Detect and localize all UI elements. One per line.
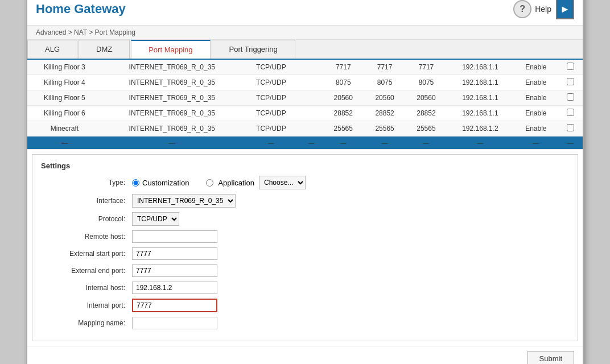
type-controls: Customization Application Choose... bbox=[132, 176, 306, 189]
cell-interface: INTERNET_TR069_R_0_35 bbox=[102, 60, 242, 75]
cell-interface: INTERNET_TR069_R_0_35 bbox=[102, 75, 242, 90]
cell-ext-end: 7717 bbox=[364, 60, 406, 75]
cell-status: Enable bbox=[513, 106, 558, 121]
separator-cell: — bbox=[558, 136, 583, 150]
separator-cell: — bbox=[27, 136, 102, 150]
cell-protocol: TCP/UDP bbox=[242, 60, 300, 75]
separator-cell: — bbox=[300, 136, 323, 150]
cell-ext-start: 7717 bbox=[323, 60, 364, 75]
cell-int-host: 192.168.1.1 bbox=[447, 75, 513, 90]
cell-empty bbox=[300, 106, 323, 121]
type-application-group: Application Choose... bbox=[206, 176, 306, 189]
tab-port-mapping[interactable]: Port Mapping bbox=[131, 40, 210, 59]
main-content: Killing Floor 3 INTERNET_TR069_R_0_35 TC… bbox=[27, 60, 583, 364]
ext-start-port-label: External start port: bbox=[41, 250, 132, 258]
help-button[interactable]: ? Help bbox=[513, 0, 551, 18]
cell-int-host: 192.168.1.1 bbox=[447, 106, 513, 121]
app-title: Home Gateway bbox=[36, 2, 126, 16]
cell-checkbox[interactable] bbox=[558, 121, 583, 136]
main-window: Home Gateway ? Help ► Advanced > NAT > P… bbox=[26, 0, 584, 364]
tab-alg[interactable]: ALG bbox=[27, 40, 77, 59]
type-customization-radio[interactable] bbox=[132, 179, 139, 187]
mapping-name-input[interactable] bbox=[132, 317, 217, 329]
mapping-name-label: Mapping name: bbox=[41, 319, 132, 327]
cell-ext-start: 8075 bbox=[323, 75, 364, 90]
table-row: Minecraft INTERNET_TR069_R_0_35 TCP/UDP … bbox=[27, 121, 583, 136]
cell-interface: INTERNET_TR069_R_0_35 bbox=[102, 106, 242, 121]
cell-protocol: TCP/UDP bbox=[242, 90, 300, 106]
ext-start-port-input[interactable] bbox=[132, 247, 217, 260]
cell-name: Killing Floor 5 bbox=[27, 90, 102, 106]
ext-end-port-label: External end port: bbox=[41, 267, 132, 275]
cell-status: Enable bbox=[513, 121, 558, 136]
protocol-select[interactable]: TCP/UDP bbox=[132, 212, 179, 226]
cell-int-host: 192.168.1.2 bbox=[447, 121, 513, 136]
type-application-radio[interactable] bbox=[206, 179, 213, 187]
cell-name: Killing Floor 3 bbox=[27, 60, 102, 75]
title-bar: Home Gateway ? Help ► bbox=[27, 0, 583, 26]
internal-host-row: Internal host: bbox=[41, 282, 569, 294]
cell-status: Enable bbox=[513, 75, 558, 90]
type-application-label: Application bbox=[218, 179, 254, 187]
cell-status: Enable bbox=[513, 60, 558, 75]
cell-int-port: 25565 bbox=[406, 121, 447, 136]
remote-host-row: Remote host: bbox=[41, 230, 569, 243]
protocol-label: Protocol: bbox=[41, 215, 132, 223]
cell-int-port: 20560 bbox=[406, 90, 447, 106]
remote-host-label: Remote host: bbox=[41, 233, 132, 241]
title-bar-left: Home Gateway bbox=[36, 2, 126, 16]
tab-bar: ALG DMZ Port Mapping Port Triggering bbox=[27, 40, 583, 60]
cell-name: Minecraft bbox=[27, 121, 102, 136]
type-customization-radio-item: Customization bbox=[132, 179, 189, 187]
application-select[interactable]: Choose... bbox=[259, 176, 306, 189]
table-row: Killing Floor 4 INTERNET_TR069_R_0_35 TC… bbox=[27, 75, 583, 90]
ext-end-port-input[interactable] bbox=[132, 264, 217, 277]
cell-name: Killing Floor 4 bbox=[27, 75, 102, 90]
internal-port-input[interactable] bbox=[132, 299, 217, 312]
table-row: Killing Floor 5 INTERNET_TR069_R_0_35 TC… bbox=[27, 90, 583, 106]
cell-ext-end: 25565 bbox=[364, 121, 406, 136]
cell-int-port: 8075 bbox=[406, 75, 447, 90]
submit-button[interactable]: Submit bbox=[527, 351, 574, 364]
interface-row: Interface: INTERNET_TR069_R_0_35 bbox=[41, 194, 569, 208]
separator-cell: — bbox=[323, 136, 364, 150]
cell-int-host: 192.168.1.1 bbox=[447, 60, 513, 75]
interface-label: Interface: bbox=[41, 197, 132, 205]
cell-protocol: TCP/UDP bbox=[242, 121, 300, 136]
help-label: Help bbox=[535, 5, 551, 14]
cell-checkbox[interactable] bbox=[558, 75, 583, 90]
remote-host-input[interactable] bbox=[132, 230, 217, 243]
separator-cell: — bbox=[102, 136, 242, 150]
port-table: Killing Floor 3 INTERNET_TR069_R_0_35 TC… bbox=[27, 60, 583, 150]
breadcrumb: Advanced > NAT > Port Mapping bbox=[27, 26, 583, 40]
cell-protocol: TCP/UDP bbox=[242, 106, 300, 121]
cell-ext-start: 25565 bbox=[323, 121, 364, 136]
cell-empty bbox=[300, 121, 323, 136]
internal-port-label: Internal port: bbox=[41, 301, 132, 309]
separator-cell: — bbox=[242, 136, 300, 150]
mapping-name-row: Mapping name: bbox=[41, 317, 569, 329]
cell-int-port: 28852 bbox=[406, 106, 447, 121]
cell-checkbox[interactable] bbox=[558, 90, 583, 106]
cell-checkbox[interactable] bbox=[558, 60, 583, 75]
table-separator-row: —————————— bbox=[27, 136, 583, 150]
interface-select[interactable]: INTERNET_TR069_R_0_35 bbox=[132, 194, 236, 208]
table-row: Killing Floor 3 INTERNET_TR069_R_0_35 TC… bbox=[27, 60, 583, 75]
separator-cell: — bbox=[513, 136, 558, 150]
cell-protocol: TCP/UDP bbox=[242, 75, 300, 90]
cell-name: Killing Floor 6 bbox=[27, 106, 102, 121]
cell-checkbox[interactable] bbox=[558, 106, 583, 121]
tab-port-triggering[interactable]: Port Triggering bbox=[212, 40, 295, 59]
tab-dmz[interactable]: DMZ bbox=[79, 40, 130, 59]
help-icon: ? bbox=[513, 0, 531, 18]
exit-button[interactable]: ► bbox=[556, 0, 574, 19]
cell-int-port: 7717 bbox=[406, 60, 447, 75]
cell-interface: INTERNET_TR069_R_0_35 bbox=[102, 121, 242, 136]
type-row: Type: Customization Application Choose..… bbox=[41, 176, 569, 189]
protocol-row: Protocol: TCP/UDP bbox=[41, 212, 569, 226]
submit-row: Submit bbox=[27, 346, 583, 364]
internal-host-input[interactable] bbox=[132, 282, 217, 294]
cell-interface: INTERNET_TR069_R_0_35 bbox=[102, 90, 242, 106]
cell-int-host: 192.168.1.1 bbox=[447, 90, 513, 106]
separator-cell: — bbox=[406, 136, 447, 150]
